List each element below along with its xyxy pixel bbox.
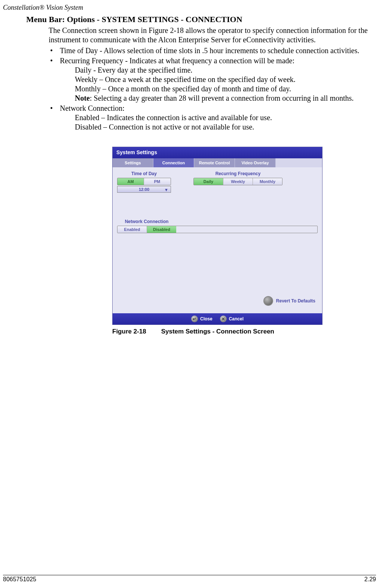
enabled-option[interactable]: Enabled bbox=[117, 226, 147, 233]
panel-body: Settings Connection Remote Control Video… bbox=[113, 158, 322, 313]
footer-left: 8065751025 bbox=[3, 576, 36, 582]
sub-enabled: Enabled – Indicates the connection is ac… bbox=[75, 113, 372, 122]
recurring-group: Recurring Frequency Daily Weekly Monthly bbox=[193, 171, 282, 193]
time-of-day-label: Time of Day bbox=[117, 171, 171, 176]
system-settings-panel: System Settings Settings Connection Remo… bbox=[112, 147, 323, 325]
bullet-network-text: Network Connection: bbox=[60, 104, 125, 112]
tab-settings[interactable]: Settings bbox=[113, 158, 153, 167]
network-connection-label: Network Connection bbox=[117, 219, 176, 224]
tab-remote-control[interactable]: Remote Control bbox=[194, 158, 235, 167]
monthly-option[interactable]: Monthly bbox=[253, 178, 282, 185]
bullet-network-connection: Network Connection: Enabled – Indicates … bbox=[49, 104, 372, 132]
daily-option[interactable]: Daily bbox=[194, 178, 223, 185]
content: Menu Bar: Options - SYSTEM SETTINGS - CO… bbox=[0, 12, 379, 335]
revert-label: Revert To Defaults bbox=[276, 298, 315, 304]
sub-daily: Daily - Every day at the specified time. bbox=[75, 65, 372, 75]
revert-to-defaults-button[interactable]: Revert To Defaults bbox=[263, 296, 315, 306]
page-header: Constellation® Vision System bbox=[0, 0, 379, 12]
section-title: Menu Bar: Options - SYSTEM SETTINGS - CO… bbox=[26, 15, 372, 24]
intro-paragraph: The Connection screen shown in Figure 2-… bbox=[49, 26, 372, 45]
bullet-list: Time of Day - Allows selection of time s… bbox=[49, 46, 372, 132]
time-value: 12:00 bbox=[139, 187, 149, 192]
recurring-label: Recurring Frequency bbox=[193, 171, 282, 176]
bullet-time-of-day: Time of Day - Allows selection of time s… bbox=[49, 46, 372, 55]
page-footer: 8065751025 2.29 bbox=[3, 575, 376, 583]
note-text: : Selecting a day greater than 28 will p… bbox=[90, 94, 354, 102]
revert-icon bbox=[263, 296, 273, 306]
weekly-option[interactable]: Weekly bbox=[223, 178, 253, 185]
panel-title: System Settings bbox=[113, 147, 322, 158]
tab-connection[interactable]: Connection bbox=[153, 158, 194, 167]
pm-option[interactable]: PM bbox=[144, 178, 170, 185]
bullet-recurring-text: Recurring Frequency - Indicates at what … bbox=[60, 57, 294, 65]
frequency-segment: Daily Weekly Monthly bbox=[193, 178, 282, 185]
am-option[interactable]: AM bbox=[117, 178, 144, 185]
enter-icon: ↵ bbox=[191, 316, 198, 322]
close-label: Close bbox=[200, 316, 213, 322]
figure: System Settings Settings Connection Remo… bbox=[112, 147, 372, 335]
bullet-recurring: Recurring Frequency - Indicates at what … bbox=[49, 56, 372, 103]
figure-title: System Settings - Connection Screen bbox=[161, 328, 274, 335]
tab-spacer bbox=[276, 158, 322, 167]
cancel-button[interactable]: ✕ Cancel bbox=[220, 316, 244, 322]
figure-number: Figure 2-18 bbox=[112, 328, 146, 335]
network-connection-group: Network Connection Enabled Disabled bbox=[117, 219, 318, 233]
sub-weekly: Weekly – Once a week at the specified ti… bbox=[75, 75, 372, 84]
sub-disabled: Disabled – Connection is not active or n… bbox=[75, 122, 372, 132]
note-label: Note bbox=[75, 94, 90, 102]
panel-inner: Time of Day AM PM 12:00 ▼ Recurring bbox=[113, 167, 322, 313]
sub-monthly: Monthly – Once a month on the specified … bbox=[75, 84, 372, 94]
ampm-segment: AM PM bbox=[117, 178, 171, 185]
disabled-option[interactable]: Disabled bbox=[147, 226, 176, 233]
close-button[interactable]: ↵ Close bbox=[191, 316, 213, 322]
time-dropdown[interactable]: 12:00 ▼ bbox=[117, 186, 171, 193]
close-icon: ✕ bbox=[220, 316, 227, 322]
tab-video-overlay[interactable]: Video Overlay bbox=[235, 158, 276, 167]
sub-note: Note: Selecting a day greater than 28 wi… bbox=[75, 94, 372, 103]
panel-footer: ↵ Close ✕ Cancel bbox=[113, 313, 322, 325]
tabs: Settings Connection Remote Control Video… bbox=[113, 158, 322, 167]
cancel-label: Cancel bbox=[229, 316, 244, 322]
footer-right: 2.29 bbox=[364, 576, 376, 583]
network-segment: Enabled Disabled bbox=[117, 226, 318, 233]
time-of-day-group: Time of Day AM PM 12:00 ▼ bbox=[117, 171, 171, 193]
figure-caption: Figure 2-18System Settings - Connection … bbox=[112, 328, 372, 335]
chevron-down-icon: ▼ bbox=[164, 188, 168, 192]
